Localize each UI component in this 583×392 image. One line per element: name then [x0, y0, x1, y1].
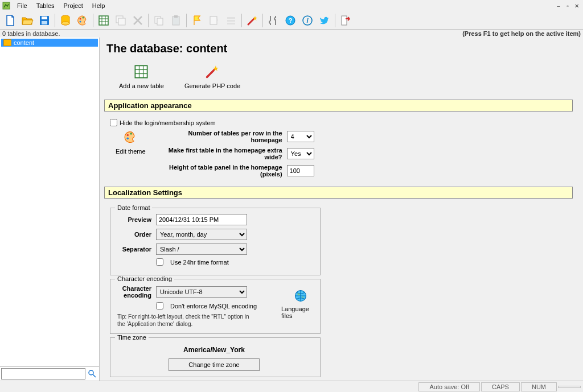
project-tree[interactable]: content — [0, 38, 99, 366]
add-table-label: Add a new table — [119, 82, 164, 89]
grid-icon — [134, 64, 149, 79]
help-hint: (Press F1 to get help on the active item… — [462, 30, 581, 37]
timezone-fieldset: Time zone America/New_York Change time z… — [110, 337, 321, 377]
use-24hr-label: Use 24hr time format — [170, 259, 229, 266]
order-select[interactable]: Year, month, day — [156, 229, 247, 240]
extra-wide-select[interactable]: Yes — [287, 148, 314, 159]
svg-rect-2 — [42, 16, 47, 19]
sidebar-search — [0, 366, 99, 381]
status-header: 0 tables in database. (Press F1 to get h… — [0, 30, 583, 38]
encoding-label: Character encoding — [117, 285, 151, 299]
num-status: NUM — [521, 382, 557, 391]
preview-input[interactable] — [156, 214, 247, 225]
menu-file[interactable]: File — [13, 1, 32, 10]
no-enforce-label: Don't enforce MySQL encoding — [170, 303, 257, 310]
svg-point-7 — [80, 20, 81, 22]
app-icon — [2, 2, 10, 10]
hide-login-checkbox[interactable] — [110, 119, 117, 126]
file-flag-button[interactable] — [206, 13, 222, 28]
theme-palette-button[interactable] — [75, 13, 91, 28]
magic-wand-button[interactable] — [244, 13, 260, 28]
status-empty — [558, 386, 581, 388]
svg-rect-19 — [174, 15, 178, 18]
svg-point-6 — [80, 18, 81, 19]
panel-height-label: Height of table panel in the homepage (p… — [163, 164, 282, 178]
search-input[interactable] — [1, 368, 85, 379]
menu-help[interactable]: Help — [88, 1, 110, 10]
hide-login-label: Hide the login/membership system — [120, 119, 216, 126]
stack-button[interactable] — [223, 13, 239, 28]
timezone-value: America/New_York — [169, 346, 260, 354]
char-encoding-fieldset: Character encoding Character encoding Un… — [110, 279, 321, 334]
extra-wide-label: Make first table in the homepage extra w… — [163, 147, 282, 160]
no-enforce-checkbox[interactable] — [156, 302, 163, 310]
open-file-button[interactable] — [19, 13, 35, 28]
minimize-icon[interactable]: – — [555, 2, 563, 10]
close-icon[interactable]: ✕ — [573, 2, 581, 10]
generate-php-label: Generate PHP code — [184, 82, 240, 89]
info-button[interactable]: i — [299, 13, 315, 28]
tree-item-database[interactable]: content — [1, 39, 98, 47]
help-button[interactable]: ? — [282, 13, 298, 28]
twitter-button[interactable] — [317, 13, 332, 28]
paste-button[interactable] — [168, 13, 184, 28]
change-timezone-button[interactable]: Change time zone — [169, 358, 260, 371]
localization-body: Date format Preview Order Year, month, d… — [104, 202, 573, 381]
copy-button[interactable] — [151, 13, 167, 28]
maximize-icon[interactable]: ▫ — [564, 2, 572, 10]
localization-header: Localization Settings — [104, 187, 573, 199]
svg-rect-17 — [157, 18, 163, 25]
main-area: content The database: content Add a new … — [0, 38, 583, 381]
svg-text:?: ? — [289, 17, 293, 24]
generate-php-action[interactable]: Generate PHP code — [184, 64, 240, 89]
tables-per-row-select[interactable]: 4 — [287, 131, 314, 142]
language-files-action[interactable]: Language files — [281, 288, 320, 319]
appearance-header: Application appearance — [104, 100, 573, 112]
encoding-select[interactable]: Unicode UTF-8 — [156, 286, 247, 298]
use-24hr-checkbox[interactable] — [156, 258, 163, 266]
svg-rect-3 — [42, 21, 47, 24]
edit-theme-label: Edit theme — [116, 148, 146, 155]
svg-rect-23 — [227, 23, 235, 24]
add-table-action[interactable]: Add a new table — [119, 64, 164, 89]
tables-count-label: 0 tables in database. — [2, 30, 60, 37]
char-encoding-legend: Character encoding — [115, 275, 174, 282]
svg-rect-18 — [173, 16, 179, 25]
delete-button[interactable] — [130, 13, 146, 28]
svg-point-38 — [130, 133, 133, 135]
save-button[interactable] — [36, 13, 52, 28]
database-button[interactable] — [58, 13, 73, 28]
menubar: File Tables Project Help – ▫ ✕ — [0, 0, 583, 11]
caps-status: CAPS — [481, 382, 520, 391]
exit-button[interactable] — [338, 13, 354, 28]
flag-button[interactable] — [189, 13, 205, 28]
search-button[interactable] — [87, 368, 98, 379]
svg-rect-22 — [227, 20, 235, 22]
content-pane[interactable]: The database: content Add a new table Ge… — [100, 38, 583, 381]
panel-height-input[interactable] — [287, 165, 314, 176]
menu-tables[interactable]: Tables — [32, 1, 59, 10]
svg-rect-28 — [342, 16, 347, 25]
appearance-body: Hide the login/membership system Edit th… — [104, 115, 573, 187]
separator-select[interactable]: Slash / — [156, 244, 247, 255]
svg-rect-31 — [136, 65, 147, 77]
svg-point-36 — [127, 134, 129, 137]
statusbar: Auto save: Off CAPS NUM — [0, 381, 583, 392]
new-file-button[interactable] — [2, 13, 18, 28]
edit-theme-action[interactable]: Edit theme — [116, 130, 146, 155]
date-format-legend: Date format — [115, 204, 152, 211]
svg-point-29 — [89, 370, 93, 375]
separator-label: Separator — [117, 246, 151, 253]
svg-point-5 — [61, 22, 69, 25]
timezone-legend: Time zone — [115, 334, 149, 341]
svg-point-37 — [127, 138, 129, 140]
date-format-fieldset: Date format Preview Order Year, month, d… — [110, 208, 321, 275]
grid-button[interactable] — [96, 13, 112, 28]
copy-grid-button[interactable] — [113, 13, 129, 28]
tools-button[interactable] — [265, 13, 281, 28]
svg-line-30 — [93, 374, 96, 377]
preview-label: Preview — [117, 216, 151, 223]
toolbar: ? i — [0, 11, 583, 30]
menu-project[interactable]: Project — [59, 1, 88, 10]
tree-item-label: content — [14, 39, 34, 46]
